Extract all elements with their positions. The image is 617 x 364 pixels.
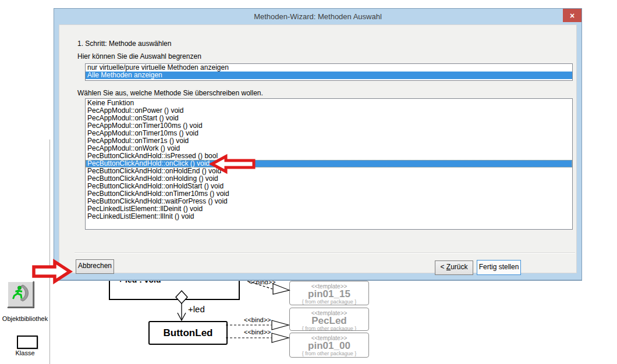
toolbox-label-objektbibliothek: Objektbibliothek bbox=[0, 315, 50, 322]
application-window: Objektbibliothek Klasse Attribut Operati… bbox=[0, 0, 617, 364]
dialog-body: 1. Schritt: Methode auswählen Hier könne… bbox=[59, 24, 577, 273]
filter-option-selected[interactable]: Alle Methoden anzeigen bbox=[86, 72, 572, 79]
sidebar-divider bbox=[49, 140, 50, 364]
annotation-arrow-right-icon bbox=[31, 258, 72, 285]
step-label: 1. Schritt: Methode auswählen bbox=[77, 40, 171, 48]
dialog-title: Methoden-Wizard: Methoden Auswahl bbox=[54, 12, 581, 21]
template-origin-note: { from other packague } bbox=[290, 326, 368, 331]
back-button-rest: urück bbox=[451, 263, 467, 271]
filter-hint-label: Hier können Sie die Auswahl begrenzen bbox=[77, 52, 201, 60]
template-origin-note: { from other packague } bbox=[290, 299, 368, 305]
uml-template-pecled[interactable]: <<template>> PecLed { from other packagu… bbox=[289, 308, 369, 331]
uml-class-name: ButtonLed bbox=[164, 327, 213, 339]
toolbox-label-klasse: Klasse bbox=[0, 349, 50, 356]
close-icon: × bbox=[570, 11, 575, 20]
method-listbox[interactable]: Keine Funktion PecAppModul::onPower () v… bbox=[85, 98, 573, 230]
uml-template-pin01_00[interactable]: <<template>> pin01_00 { from other packa… bbox=[289, 333, 369, 358]
toolbox-sidebar: Objektbibliothek Klasse Attribut Operati… bbox=[0, 140, 50, 364]
bind-stereotype-label: <<bind>> bbox=[244, 329, 271, 336]
close-button[interactable]: × bbox=[563, 9, 581, 22]
template-name: pin01_15 bbox=[290, 290, 368, 299]
template-origin-note: { from other packague } bbox=[290, 351, 368, 356]
uml-class-buttonled[interactable]: ButtonLed bbox=[148, 321, 228, 345]
annotation-arrow-left-icon bbox=[210, 154, 256, 174]
filter-listbox[interactable]: nur virtuelle/pure virtuelle Methoden an… bbox=[85, 63, 573, 81]
finish-button[interactable]: Fertig stellen bbox=[477, 260, 521, 275]
button-separator bbox=[75, 252, 575, 253]
back-button[interactable]: < Zurück bbox=[435, 260, 473, 275]
uml-template-pin01_15[interactable]: <<template>> pin01_15 { from other packa… bbox=[289, 281, 369, 305]
bind-stereotype-label: <<bind>> bbox=[244, 316, 271, 323]
method-option[interactable]: PecLinkedListElement::llInit () void bbox=[86, 213, 572, 220]
template-name: PecLed bbox=[290, 316, 368, 326]
class-rect-icon[interactable] bbox=[17, 336, 38, 349]
cancel-button[interactable]: Abbrechen bbox=[76, 259, 114, 274]
template-name: pin01_00 bbox=[290, 341, 368, 351]
select-hint-label: Wählen Sie aus, welche Methode Sie übers… bbox=[77, 89, 263, 97]
toolbox-item-objektbibliothek[interactable] bbox=[7, 281, 34, 308]
methods-wizard-dialog: Methoden-Wizard: Methoden Auswahl × 1. S… bbox=[54, 8, 582, 280]
back-button-prefix: < bbox=[440, 263, 446, 271]
aggregation-role-label: +led bbox=[188, 304, 205, 314]
runner-icon bbox=[11, 284, 30, 305]
